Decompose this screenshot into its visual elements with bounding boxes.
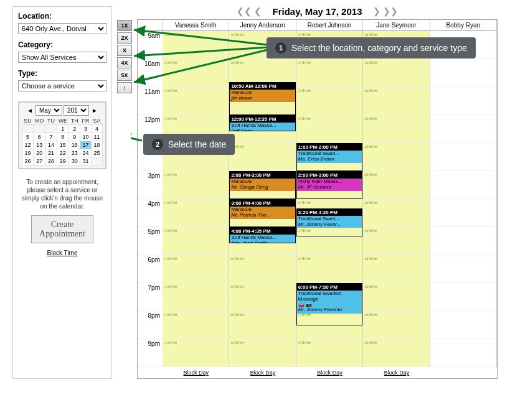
minical-day[interactable]: 28 (45, 157, 57, 166)
minical-next-icon[interactable]: ► (90, 107, 99, 114)
nav-prev-icon[interactable]: ❮ (254, 6, 262, 16)
calendar-cell[interactable]: online (296, 339, 362, 367)
calendar-cell[interactable]: online (229, 143, 295, 171)
calendar-cell[interactable]: online (296, 59, 362, 87)
block-day-link[interactable]: Block Day (229, 367, 296, 378)
calendar-cell[interactable] (430, 311, 496, 339)
calendar-cell[interactable]: online (296, 115, 362, 143)
calendar-cell[interactable]: online (363, 311, 429, 339)
staff-column[interactable] (430, 31, 497, 367)
calendar-cell[interactable]: online (363, 171, 429, 199)
calendar-cell[interactable] (430, 171, 496, 199)
minical-day[interactable]: 9 (69, 133, 80, 141)
calendar-cell[interactable]: online (163, 339, 229, 367)
calendar-cell[interactable]: online (363, 283, 429, 311)
zoom-x-button[interactable]: X (117, 45, 132, 56)
calendar-cell[interactable]: online (163, 87, 229, 115)
type-select[interactable]: Choose a service (18, 80, 106, 91)
calendar-cell[interactable]: online (229, 255, 295, 283)
minical-day[interactable]: 7 (45, 133, 57, 141)
calendar-cell[interactable] (430, 255, 496, 283)
calendar-cell[interactable] (430, 115, 496, 143)
calendar-cell[interactable]: online (363, 199, 429, 227)
minical-day[interactable]: 20 (33, 149, 45, 157)
calendar-cell[interactable]: online (163, 255, 229, 283)
calendar-cell[interactable]: online (229, 283, 295, 311)
minical-day[interactable]: 15 (57, 141, 69, 149)
staff-column[interactable]: onlineonlineonlineonlineonlineonlineonli… (229, 31, 296, 367)
zoom-↕-button[interactable]: ↕ (117, 82, 132, 93)
calendar-cell[interactable] (430, 283, 496, 311)
calendar-cell[interactable]: online (163, 311, 229, 339)
calendar-cell[interactable]: online (163, 171, 229, 199)
zoom-1x-button[interactable]: 1X (117, 20, 132, 31)
calendar-cell[interactable] (430, 199, 496, 227)
calendar-cell[interactable]: online (296, 87, 362, 115)
minical-day[interactable]: 5 (22, 133, 34, 141)
staff-column[interactable]: onlineonlineonlineonlineonlineonlineonli… (296, 31, 363, 367)
nav-last-icon[interactable]: ❯❯ (383, 6, 398, 16)
minical-day[interactable]: 16 (69, 141, 80, 149)
calendar-cell[interactable] (430, 59, 496, 87)
appointment[interactable]: 4:00 PM-4:35 PMSoft Hands Massa...Mrs. J… (229, 227, 295, 243)
zoom-4x-button[interactable]: 4X (117, 57, 132, 68)
minical-prev-icon[interactable]: ◄ (26, 107, 34, 114)
minical-day[interactable]: 23 (69, 149, 80, 157)
minical-day[interactable]: 4 (92, 125, 103, 133)
block-day-link[interactable]: Block Day (163, 367, 229, 378)
location-select[interactable]: 640 Orly Ave., Dorval (18, 23, 106, 34)
calendar-cell[interactable]: online (363, 143, 429, 171)
minical-day[interactable]: 31 (80, 157, 92, 166)
appointment[interactable]: 3:00 PM-4:00 PMManicureMr. Patricia Tho.… (229, 199, 295, 227)
minical-day[interactable]: 26 (22, 157, 34, 166)
minical-day[interactable]: 10 (80, 133, 92, 141)
minical-day[interactable]: 29 (57, 157, 69, 166)
calendar-cell[interactable]: online (163, 283, 229, 311)
calendar-cell[interactable] (430, 227, 496, 255)
minical-day[interactable]: 24 (80, 149, 92, 157)
minical-day[interactable]: 19 (22, 149, 34, 157)
appointment[interactable]: 3:20 PM-4:20 PMTraditional Swed...Mr. Jo… (296, 208, 362, 236)
minical-day[interactable]: 30 (69, 157, 80, 166)
minical-day[interactable]: 22 (57, 149, 69, 157)
calendar-cell[interactable]: online (229, 311, 295, 339)
minical-day[interactable]: 14 (45, 141, 57, 149)
appointment[interactable]: 12:00 PM-12:35 PMSoft Hands Massa...Jeff… (229, 115, 295, 131)
minical-year-select[interactable]: 201 (64, 105, 89, 116)
minical-day[interactable]: 3 (80, 125, 92, 133)
category-select[interactable]: Show All Services (18, 52, 106, 63)
create-appointment-button[interactable]: CreateAppointment (31, 215, 93, 243)
appointment[interactable]: 1:00 PM-2:00 PMTraditional Swed...Ms. Er… (296, 143, 362, 171)
staff-column[interactable]: onlineonlineonlineonlineonlineonlineonli… (363, 31, 430, 367)
calendar-cell[interactable] (430, 143, 496, 171)
zoom-2x-button[interactable]: 2X (117, 32, 132, 44)
minical-day[interactable]: 6 (33, 133, 45, 141)
calendar-cell[interactable] (430, 339, 496, 367)
calendar-cell[interactable]: online (363, 59, 429, 87)
calendar-cell[interactable]: online (363, 115, 429, 143)
calendar-cell[interactable]: online (363, 255, 429, 283)
nav-next-icon[interactable]: ❯ (373, 6, 380, 16)
minical-day[interactable]: 17 (80, 141, 92, 149)
calendar-cell[interactable]: online (363, 87, 429, 115)
block-time-link[interactable]: Block Time (18, 250, 106, 256)
minical-day[interactable]: 27 (33, 157, 45, 166)
appointment[interactable]: 6:00 PM-7:30 PMTraditional Swedish Massa… (296, 283, 362, 325)
minical-day[interactable]: 25 (92, 149, 103, 157)
minical-day[interactable]: 21 (45, 149, 57, 157)
block-day-link[interactable]: Block Day (296, 367, 363, 378)
calendar-cell[interactable]: online (163, 227, 229, 255)
minical-day[interactable]: 2 (69, 125, 80, 133)
appointment[interactable]: 2:00 PM-3:00 PMManicureMr. Ganga Gong (229, 171, 295, 199)
calendar-cell[interactable]: online (296, 255, 362, 283)
calendar-cell[interactable]: online (363, 339, 429, 367)
calendar-cell[interactable]: online (229, 339, 295, 367)
block-day-link[interactable]: Block Day (363, 367, 430, 378)
calendar-cell[interactable] (430, 87, 496, 115)
minical-day[interactable]: 12 (22, 141, 34, 149)
calendar-cell[interactable]: online (163, 59, 229, 87)
calendar-cell[interactable]: online (163, 199, 229, 227)
nav-first-icon[interactable]: ❮❮ (237, 6, 252, 16)
minical-day[interactable]: 11 (92, 133, 103, 141)
minical-day[interactable]: 1 (57, 125, 69, 133)
